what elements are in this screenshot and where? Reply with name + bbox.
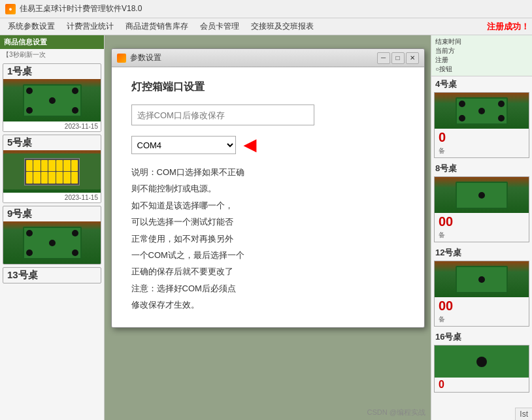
table-4-reserve: 备	[435, 146, 529, 157]
table-card-13[interactable]: 13号桌	[3, 267, 101, 283]
menu-system[interactable]: 系统参数设置	[3, 20, 60, 33]
ball-1-tr	[72, 88, 78, 94]
right-table-4-section: 4号桌 0 备	[431, 76, 532, 161]
sidebar-header: 商品信息设置	[0, 35, 104, 49]
dialog-title: 参数设置	[130, 52, 377, 63]
com-port-input[interactable]	[131, 105, 314, 125]
corner-text: Ist	[515, 408, 532, 420]
ball-1-tl	[26, 88, 33, 94]
ball-9-tr	[72, 230, 78, 236]
dialog-body: 灯控箱端口设置 COM1COM2COM3COM4COM5COM6COM7COM8…	[112, 67, 424, 327]
right-top-line3: 注册	[435, 56, 528, 65]
modal-overlay: 参数设置 ─ □ ✕ 灯控箱端口设置 COM1COM2COM3	[105, 35, 431, 420]
menu-inventory[interactable]: 商品进货销售库存	[120, 20, 193, 33]
table-12-card[interactable]: 00 备	[434, 261, 529, 327]
table-16-image	[435, 346, 529, 378]
ball-1-br	[72, 107, 78, 114]
menu-bar: 系统参数设置 计费营业统计 商品进货销售库存 会员卡管理 交接班及交班报表 注册…	[0, 18, 532, 35]
table-8-card[interactable]: 00 备	[434, 176, 529, 242]
title-bar: ● 佳易王桌球计时计费管理软件V18.0	[0, 0, 532, 18]
select-row: COM1COM2COM3COM4COM5COM6COM7COM8 ◀	[131, 136, 405, 154]
dialog-icon	[117, 54, 126, 63]
right-top-line2: 当前方	[435, 46, 528, 56]
table-12-timer: 00	[435, 297, 529, 315]
ball-1-bl	[26, 107, 33, 114]
table-12-reserve: 备	[435, 315, 529, 326]
description-box: 说明：COM口选择如果不正确则不能控制灯或电源。如不知道是该选择哪一个，可以先选…	[131, 165, 405, 313]
ball-9-center	[49, 240, 56, 246]
left-sidebar: 商品信息设置 【3秒刷新一次 1号桌 2023-11-15 5号桌	[0, 35, 105, 420]
table-4-label: 4号桌	[431, 76, 532, 92]
dialog-window: 参数设置 ─ □ ✕ 灯控箱端口设置 COM1COM2COM3	[111, 48, 425, 328]
table-8-green	[456, 182, 508, 209]
table-16-timer: 0	[435, 378, 529, 392]
table-1-number: 1号桌	[3, 64, 101, 79]
app-icon: ●	[5, 4, 16, 14]
table-1-image	[3, 79, 101, 121]
ball-9-br	[72, 250, 78, 256]
table-card-5[interactable]: 5号桌	[3, 135, 101, 203]
table-1-green	[23, 84, 82, 117]
table-9-green	[23, 227, 82, 259]
table-4-image	[435, 93, 529, 129]
right-top-info: 结束时间 当前方 注册 ○按钮	[431, 35, 532, 76]
table-16-label: 16号桌	[431, 329, 532, 345]
table-9-image	[3, 221, 101, 264]
menu-billing[interactable]: 计费营业统计	[61, 20, 119, 33]
main-layout: 商品信息设置 【3秒刷新一次 1号桌 2023-11-15 5号桌	[0, 35, 532, 420]
right-table-8-section: 8号桌 00 备	[431, 161, 532, 245]
table-8-label: 8号桌	[431, 161, 532, 176]
table-9-number: 9号桌	[3, 206, 101, 221]
table-4-green	[456, 97, 508, 125]
table-12-image	[435, 261, 529, 297]
ball-1-center	[49, 97, 56, 104]
center-content: 参数设置 ─ □ ✕ 灯控箱端口设置 COM1COM2COM3	[105, 35, 431, 420]
table-card-9[interactable]: 9号桌	[3, 206, 101, 265]
right-top-line1: 结束时间	[435, 37, 528, 46]
menu-shift[interactable]: 交接班及交班报表	[246, 20, 319, 33]
minimize-button[interactable]: ─	[377, 52, 390, 64]
table-12-label: 12号桌	[431, 245, 532, 261]
table-4-card[interactable]: 0 备	[434, 92, 529, 158]
maximize-button[interactable]: □	[391, 52, 405, 64]
right-table-12-section: 12号桌 00 备	[431, 245, 532, 329]
table-8-reserve: 备	[435, 231, 529, 242]
close-button[interactable]: ✕	[406, 52, 419, 64]
section-title: 灯控箱端口设置	[131, 80, 405, 94]
table-16-ball	[476, 357, 487, 367]
table-card-1[interactable]: 1号桌 2023-11-15	[3, 63, 101, 132]
right-sidebar: 结束时间 当前方 注册 ○按钮 4号桌 0 备	[431, 35, 532, 420]
table-5-date: 2023-11-15	[3, 193, 101, 202]
table-1-date: 2023-11-15	[3, 121, 101, 131]
arrow-icon: ◀	[244, 136, 256, 154]
table-8-timer: 00	[435, 213, 529, 231]
table-13-number: 13号桌	[3, 268, 101, 283]
watermark: CSDN @编程实战	[367, 408, 425, 417]
menu-membership[interactable]: 会员卡管理	[195, 20, 244, 33]
table-16-card[interactable]: 0	[434, 345, 529, 393]
dialog-titlebar: 参数设置 ─ □ ✕	[112, 49, 424, 67]
table-4-timer: 0	[435, 129, 529, 146]
right-table-16-section: 16号桌 0	[431, 329, 532, 395]
table-5-number: 5号桌	[3, 135, 101, 150]
app-title: 佳易王桌球计时计费管理软件V18.0	[20, 3, 142, 14]
dialog-controls: ─ □ ✕	[377, 52, 419, 64]
table-8-image	[435, 177, 529, 213]
ball-9-bl	[26, 250, 33, 256]
register-text: 注册成功！	[487, 21, 529, 33]
input-group	[131, 105, 405, 125]
refresh-label: 【3秒刷新一次	[0, 49, 104, 61]
right-top-line4: ○按钮	[435, 65, 528, 74]
table-12-green	[456, 266, 508, 293]
com-select[interactable]: COM1COM2COM3COM4COM5COM6COM7COM8	[131, 136, 236, 154]
table-5-image	[3, 150, 101, 193]
table-5-green	[3, 153, 101, 189]
ball-9-tl	[26, 230, 33, 236]
